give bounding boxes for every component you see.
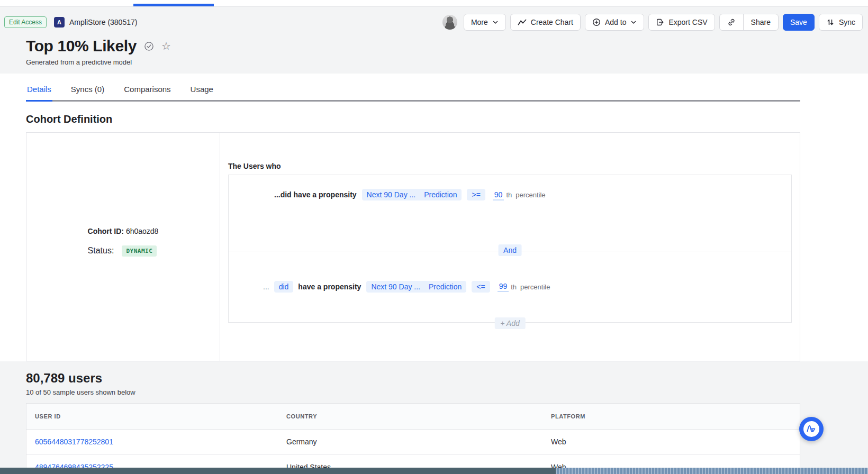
condition-prefix: ...did have a propensity <box>274 190 357 199</box>
cohort-id: Cohort ID: 6h0aozd8 <box>88 227 159 235</box>
browser-top-strip <box>0 0 868 7</box>
tab-details[interactable]: Details <box>26 83 52 102</box>
condition-row-1: ...did have a propensity Next 90 Day ...… <box>229 175 791 251</box>
platform-cell: Web <box>542 429 800 454</box>
cohort-definition-heading: Cohort Definition <box>26 113 800 125</box>
line-chart-icon <box>518 19 527 26</box>
chevron-down-icon <box>630 19 637 25</box>
users-who-label: The Users who <box>228 162 792 170</box>
property-select[interactable]: Next 90 Day ... Prediction <box>366 281 466 293</box>
status-badge: DYNAMIC <box>122 245 157 257</box>
save-button[interactable]: Save <box>783 14 815 31</box>
star-icon[interactable]: ☆ <box>161 41 171 51</box>
user-id-link[interactable]: 6056448031778252801 <box>35 437 113 446</box>
copy-link-button[interactable] <box>720 14 743 30</box>
share-split-button: Share <box>719 14 779 31</box>
ellipsis-label: ... <box>263 282 269 291</box>
sample-users-table: USER ID COUNTRY PLATFORM 605644803177825… <box>26 403 800 474</box>
percentile-label: percentile <box>516 191 545 199</box>
chevron-down-icon <box>492 19 499 25</box>
condition-row-2: ... did have a propensity Next 90 Day ..… <box>229 251 791 322</box>
amplitude-fab-button[interactable] <box>799 417 824 441</box>
page-header: Edit Access A AmpliStore (380517) More C… <box>0 7 868 74</box>
table-row: 6056448031778252801 Germany Web <box>26 429 800 454</box>
cohort-id-value: 6h0aozd8 <box>126 227 159 235</box>
edit-access-badge[interactable]: Edit Access <box>4 16 47 28</box>
status-label: Status: <box>88 246 114 256</box>
sync-arrows-icon <box>826 18 835 26</box>
user-avatar[interactable] <box>442 15 457 30</box>
did-select[interactable]: did <box>274 281 294 293</box>
percentile-value-input[interactable]: 99 <box>498 282 509 292</box>
export-csv-button[interactable]: Export CSV <box>648 14 715 31</box>
operator-select[interactable]: >= <box>467 189 485 200</box>
table-header-row: USER ID COUNTRY PLATFORM <box>26 404 800 429</box>
cohort-meta-panel: Cohort ID: 6h0aozd8 Status: DYNAMIC <box>26 133 220 361</box>
column-header-country: COUNTRY <box>278 404 542 429</box>
page-subtitle: Generated from a predictive model <box>26 58 864 66</box>
add-condition-button[interactable]: + Add <box>494 317 525 329</box>
unit-label: th <box>506 191 512 199</box>
link-icon <box>727 18 736 26</box>
breadcrumb: Edit Access A AmpliStore (380517) More C… <box>4 13 864 32</box>
conditions-box: ...did have a propensity Next 90 Day ...… <box>228 175 792 323</box>
check-circle-icon[interactable] <box>144 41 154 51</box>
tab-bar: Details Syncs (0) Comparisons Usage <box>26 83 800 102</box>
sample-note: 10 of 50 sample users shown below <box>26 388 800 396</box>
condition-divider: And <box>229 251 791 251</box>
add-to-button[interactable]: Add to <box>585 14 644 31</box>
column-header-user-id: USER ID <box>26 404 278 429</box>
users-count: 80,789 users <box>26 371 800 386</box>
tab-usage[interactable]: Usage <box>189 83 214 102</box>
page-title[interactable]: Top 10% Likely <box>26 37 137 55</box>
toolbar: More Create Chart Add to <box>442 14 864 31</box>
property-select[interactable]: Next 90 Day ... Prediction <box>362 189 462 200</box>
operator-select[interactable]: <= <box>472 281 490 293</box>
percentile-label: percentile <box>520 283 550 291</box>
column-header-platform: PLATFORM <box>542 404 800 429</box>
more-button[interactable]: More <box>464 14 506 31</box>
tab-comparisons[interactable]: Comparisons <box>123 83 171 102</box>
create-chart-button[interactable]: Create Chart <box>510 14 581 31</box>
details-section: Details Syncs (0) Comparisons Usage Coho… <box>0 74 868 361</box>
country-cell: Germany <box>278 429 542 454</box>
export-icon <box>656 18 664 26</box>
sample-users-section: 80,789 users 10 of 50 sample users shown… <box>0 361 868 474</box>
amplitude-logo-icon <box>803 421 820 437</box>
tab-syncs[interactable]: Syncs (0) <box>70 83 105 102</box>
and-connector[interactable]: And <box>498 244 522 256</box>
bottom-bar <box>0 468 868 474</box>
unit-label: th <box>511 283 517 291</box>
workspace-name[interactable]: AmpliStore (380517) <box>69 18 137 26</box>
bottom-bar-scrub <box>556 468 868 474</box>
plus-circle-icon <box>592 18 601 26</box>
condition-prefix: have a propensity <box>298 282 361 291</box>
cohort-definition-card: Cohort ID: 6h0aozd8 Status: DYNAMIC The … <box>26 132 800 361</box>
workspace-avatar: A <box>54 17 65 28</box>
percentile-value-input[interactable]: 90 <box>493 190 504 200</box>
share-button[interactable]: Share <box>743 14 778 30</box>
cohort-rules-panel: The Users who ...did have a propensity N… <box>220 133 800 361</box>
sync-button[interactable]: Sync <box>819 14 863 31</box>
loading-progress-bar <box>133 4 214 6</box>
